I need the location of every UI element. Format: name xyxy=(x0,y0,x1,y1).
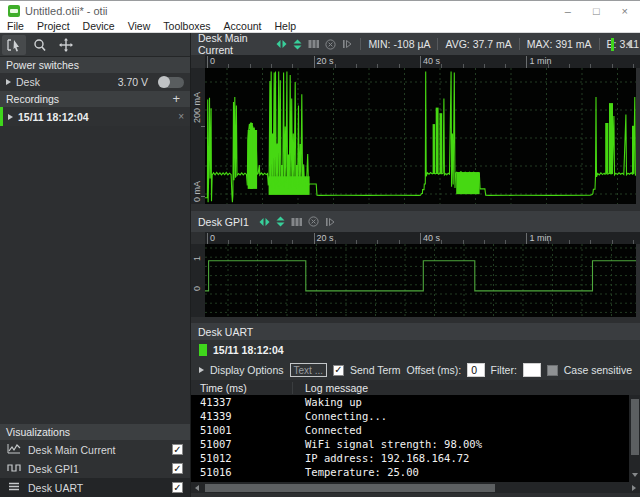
recording-color-marker xyxy=(199,344,207,356)
close-chart-icon[interactable] xyxy=(325,39,336,50)
close-button[interactable]: × xyxy=(622,5,628,17)
power-switch-name: Desk xyxy=(16,76,40,88)
text-lines-icon xyxy=(7,481,21,494)
recording-row[interactable]: 15/11 18:12:04 × xyxy=(0,107,190,126)
filter-input[interactable] xyxy=(523,363,541,377)
display-options-expander-icon[interactable] xyxy=(199,367,204,373)
scrollbar-thumb[interactable] xyxy=(631,399,639,455)
log-time: 51012 xyxy=(191,452,293,464)
stats-bar: MIN: -108 µAAVG: 37.7 mAMAX: 391 mAE: 3.… xyxy=(360,38,605,50)
time-tick-label: 40 s xyxy=(423,56,440,66)
visualization-row-desk-gpi1[interactable]: Desk GPI1✓ xyxy=(0,459,190,478)
power-toggle[interactable] xyxy=(158,77,184,88)
grid-toggle-icon[interactable] xyxy=(308,39,319,49)
gpi1-plot[interactable] xyxy=(205,244,636,317)
stat-avg: AVG: 37.7 mA xyxy=(437,38,518,50)
scroll-down-button[interactable] xyxy=(629,469,640,481)
menu-bar: FileProjectDeviceViewToolboxesAccountHel… xyxy=(0,20,640,33)
filter-label: Filter: xyxy=(491,364,517,376)
offset-label: Offset (ms): xyxy=(407,364,462,376)
fit-horizontal-icon[interactable] xyxy=(276,39,287,49)
maximize-button[interactable]: □ xyxy=(593,5,600,17)
visibility-checkbox[interactable]: ✓ xyxy=(172,444,183,455)
visualization-row-desk-main-current[interactable]: Desk Main Current✓ xyxy=(0,440,190,459)
marker-play-icon[interactable] xyxy=(325,217,335,227)
magnifier-icon xyxy=(32,38,48,52)
scroll-right-button[interactable] xyxy=(628,482,640,493)
send-text-input[interactable]: Text ... xyxy=(290,363,327,377)
fit-vertical-icon[interactable] xyxy=(293,39,302,50)
stat-max: MAX: 391 mA xyxy=(519,38,599,50)
col-header-message[interactable]: Log message xyxy=(293,382,640,394)
fit-horizontal-icon[interactable] xyxy=(259,217,270,227)
stat-min: MIN: -108 µA xyxy=(360,38,437,50)
window-title: Untitled.otii* - otii xyxy=(25,5,565,17)
log-row[interactable]: 41337Waking up xyxy=(191,395,640,409)
log-row[interactable]: 51007WiFi signal strength: 98.00% xyxy=(191,437,640,451)
time-tick-label: 0 xyxy=(210,233,215,243)
offset-input[interactable]: 0 xyxy=(467,363,484,377)
log-message: IP address: 192.168.164.72 xyxy=(293,452,640,464)
recording-color-marker xyxy=(611,38,614,51)
menu-item-toolboxes[interactable]: Toolboxes xyxy=(163,20,210,32)
scroll-left-button[interactable] xyxy=(191,482,203,493)
time-tick-label: 20 s xyxy=(317,233,334,243)
menu-item-project[interactable]: Project xyxy=(37,20,70,32)
log-row[interactable]: 51012IP address: 192.168.164.72 xyxy=(191,451,640,465)
visualization-label: Desk GPI1 xyxy=(28,463,79,475)
menu-item-help[interactable]: Help xyxy=(275,20,297,32)
expander-icon[interactable] xyxy=(8,114,13,120)
uart-header: Desk UART xyxy=(191,323,640,340)
fit-vertical-icon[interactable] xyxy=(276,216,285,227)
close-chart-icon[interactable] xyxy=(308,216,319,227)
y-axis[interactable]: 1 0 xyxy=(191,244,205,317)
minimize-button[interactable]: – xyxy=(565,5,571,17)
display-options-label[interactable]: Display Options xyxy=(210,364,284,376)
log-row[interactable]: 51001Connected xyxy=(191,423,640,437)
time-axis[interactable]: 020 s40 s1 min xyxy=(205,232,640,244)
visualizations-header: Visualizations xyxy=(0,424,190,440)
send-term-checkbox[interactable]: ✓ xyxy=(333,365,344,376)
app-icon xyxy=(8,5,20,17)
vertical-scrollbar[interactable] xyxy=(629,395,640,482)
visibility-checkbox[interactable]: ✓ xyxy=(172,482,183,493)
main-current-plot[interactable] xyxy=(205,68,636,204)
power-switches-header: Power switches xyxy=(0,57,190,73)
move-tool-button[interactable] xyxy=(54,35,78,55)
menu-item-file[interactable]: File xyxy=(7,20,24,32)
panel-title: Desk Main Current xyxy=(198,33,266,55)
zoom-tool-button[interactable] xyxy=(28,35,52,55)
grid-toggle-icon[interactable] xyxy=(291,217,302,227)
recording-name: 15/11 18:12:04 xyxy=(18,111,89,123)
case-sensitive-checkbox[interactable] xyxy=(547,365,558,376)
log-row[interactable]: 41339Connecting... xyxy=(191,409,640,423)
menu-item-view[interactable]: View xyxy=(128,20,151,32)
menu-item-device[interactable]: Device xyxy=(83,20,115,32)
remove-recording-button[interactable]: × xyxy=(178,111,184,122)
col-header-time[interactable]: Time (ms) xyxy=(191,382,293,394)
marker-play-icon[interactable] xyxy=(342,39,352,49)
uart-log-table: Time (ms) Log message 41337Waking up4133… xyxy=(191,380,640,482)
uart-recording-name: 15/11 18:12:04 xyxy=(213,344,284,356)
select-tool-button[interactable] xyxy=(2,35,26,55)
time-axis[interactable]: 020 s40 s1 min xyxy=(205,55,640,68)
y-axis[interactable]: 200 mA 0 mA xyxy=(191,68,205,204)
table-body: 41337Waking up41339Connecting...51001Con… xyxy=(191,395,640,482)
add-recording-button[interactable]: + xyxy=(172,94,184,104)
log-message: WiFi signal strength: 98.00% xyxy=(293,438,640,450)
log-row[interactable]: 51016Temperature: 25.00 xyxy=(191,465,640,479)
log-message: Temperature: 25.00 xyxy=(293,466,640,478)
main-current-panel: Desk Main Current MIN: -108 µAAVG: 37.7 … xyxy=(191,33,640,208)
visualization-row-desk-uart[interactable]: Desk UART✓ xyxy=(0,478,190,497)
panel-title: Desk UART xyxy=(198,326,253,338)
visibility-checkbox[interactable]: ✓ xyxy=(172,463,183,474)
gpi1-header: Desk GPI1 xyxy=(191,211,640,232)
horizontal-scrollbar[interactable] xyxy=(191,482,640,493)
time-tick-label: 0 xyxy=(210,56,215,66)
expander-icon[interactable] xyxy=(6,79,11,85)
collapse-panel-icon[interactable] xyxy=(626,40,631,48)
y-axis-label-upper: 200 mA xyxy=(192,92,202,123)
menu-item-account[interactable]: Account xyxy=(224,20,262,32)
scrollbar-thumb[interactable] xyxy=(205,484,495,492)
power-switch-row-desk[interactable]: Desk 3.70 V xyxy=(0,73,190,91)
